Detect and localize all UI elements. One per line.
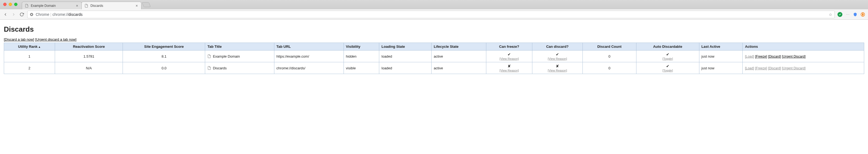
new-tab-button[interactable] [142,2,151,7]
row-action-link[interactable]: [Urgent Discard] [782,55,806,58]
page-heading: Discards [4,25,864,33]
check-icon: ✘ [507,64,511,68]
table-row: 2 N/A 0.0 Discards chrome://discards/ vi… [4,62,864,74]
url-scheme: Chrome [36,12,49,17]
col-actions[interactable]: Actions [743,43,864,51]
bookmark-star-icon[interactable]: ☆ [829,12,832,17]
minimize-window-button[interactable] [9,3,12,6]
extension-icon[interactable] [860,12,865,17]
col-can-discard[interactable]: Can discard? [532,43,583,51]
cell-lifecycle: active [431,62,486,74]
view-reason-link[interactable]: [View Reason] [489,69,530,72]
cell-visibility: hidden [344,51,379,62]
col-tab-url[interactable]: Tab URL [274,43,344,51]
cell-last-active: just now [699,51,743,62]
row-action-link: [Load] [745,55,754,58]
reload-button[interactable] [19,12,25,17]
col-last-active[interactable]: Last Active [699,43,743,51]
col-loading-state[interactable]: Loading State [379,43,432,51]
cell-auto-discardable: ✔[Toggle] [636,62,699,74]
toggle-link[interactable]: [Toggle] [639,69,697,72]
cell-can-discard: ✔[View Reason] [532,51,583,62]
check-icon: ✔ [666,64,670,68]
row-action-link: [Load] [745,66,754,70]
tab-strip: Example Domain × Discards × [0,0,868,9]
address-bar[interactable]: Chrome | chrome://discards ☆ [27,11,835,18]
cell-title-text: Example Domain [213,54,240,58]
col-discard-count[interactable]: Discard Count [583,43,636,51]
cell-loading: loaded [379,62,432,74]
cell-rank: 1 [4,51,55,62]
col-utility-rank[interactable]: Utility Rank [4,43,55,51]
cell-last-active: just now [699,62,743,74]
toggle-link[interactable]: [Toggle] [639,57,697,60]
extension-icon[interactable] [853,12,858,17]
tab-title: Example Domain [31,4,56,8]
cell-rank: 2 [4,62,55,74]
cell-lifecycle: active [431,51,486,62]
cell-discard-count: 0 [583,62,636,74]
url-path: discards [68,12,83,17]
row-action-link[interactable]: [Discard] [768,55,781,58]
window-controls [3,3,18,6]
table-row: 1 1.5781 8.1 Example Domain https://exam… [4,51,864,62]
page-content: Discards [Discard a tab now] [Urgent dis… [0,20,868,77]
cell-can-freeze: ✔[View Reason] [486,51,532,62]
discards-table: Utility Rank Reactivation Score Site Eng… [4,43,864,74]
view-reason-link[interactable]: [View Reason] [534,57,580,60]
cell-discard-count: 0 [583,51,636,62]
urgent-discard-tab-now-link[interactable]: [Urgent discard a tab now] [35,37,76,42]
close-tab-button[interactable]: × [135,4,138,8]
cell-title: Example Domain [205,51,274,62]
extension-icon[interactable] [837,12,842,17]
col-can-freeze[interactable]: Can freeze? [486,43,532,51]
cell-url: chrome://discards/ [274,62,344,74]
view-reason-link[interactable]: [View Reason] [534,69,580,72]
cell-title: Discards [205,62,274,74]
cell-actions: [Load] [Freeze] [Discard] [Urgent Discar… [743,62,864,74]
col-reactivation-score[interactable]: Reactivation Score [55,43,123,51]
url-prefix: chrome:// [52,12,68,17]
browser-tab-0[interactable]: Example Domain × [22,2,82,9]
chrome-icon [30,12,33,17]
close-window-button[interactable] [3,3,6,6]
page-icon [85,4,88,8]
cell-title-text: Discards [213,66,227,70]
cell-can-discard: ✘[View Reason] [532,62,583,74]
cell-visibility: visible [344,62,379,74]
cell-url: https://example.com/ [274,51,344,62]
svg-point-1 [31,14,32,15]
maximize-window-button[interactable] [14,3,18,6]
top-action-links: [Discard a tab now] [Urgent discard a ta… [4,37,864,42]
col-visibility[interactable]: Visibility [344,43,379,51]
forward-button[interactable] [11,12,17,17]
row-action-link[interactable]: [Freeze] [755,55,767,58]
close-tab-button[interactable]: × [75,4,79,8]
page-icon [207,66,211,70]
tab-title: Discards [90,4,103,8]
col-tab-title[interactable]: Tab Title [205,43,274,51]
check-icon: ✔ [666,52,670,56]
cell-reactivation: 1.5781 [55,51,123,62]
cell-loading: loaded [379,51,432,62]
page-icon [207,54,211,58]
cell-engagement: 8.1 [123,51,205,62]
svg-point-3 [862,14,864,15]
check-icon: ✔ [556,52,559,56]
col-site-engagement[interactable]: Site Engagement Score [123,43,205,51]
extension-icon[interactable]: ⋯ [845,12,850,17]
back-button[interactable] [3,12,8,17]
row-action-link: [Urgent Discard] [782,66,806,70]
toolbar: Chrome | chrome://discards ☆ ⋯ [0,9,868,20]
cell-auto-discardable: ✔[Toggle] [636,51,699,62]
page-icon [25,4,29,8]
col-lifecycle-state[interactable]: Lifecycle State [431,43,486,51]
row-action-link: [Freeze] [755,66,767,70]
row-action-link: [Discard] [768,66,781,70]
view-reason-link[interactable]: [View Reason] [489,57,530,60]
check-icon: ✔ [507,52,511,56]
discard-tab-now-link[interactable]: [Discard a tab now] [4,37,34,42]
check-icon: ✘ [556,64,559,68]
col-auto-discardable[interactable]: Auto Discardable [636,43,699,51]
browser-tab-1[interactable]: Discards × [82,2,142,9]
